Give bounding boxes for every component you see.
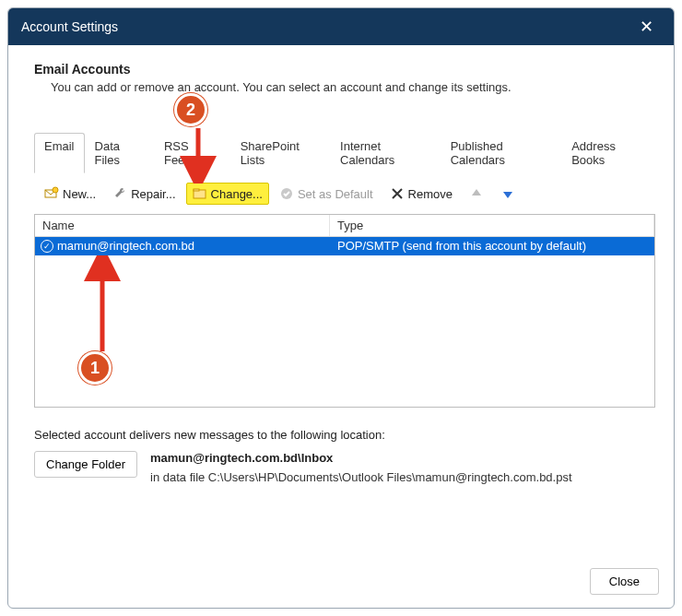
change-folder-button[interactable]: Change Folder [34, 451, 137, 478]
tabs-container: Email Data Files RSS Feeds SharePoint Li… [34, 133, 655, 408]
svg-point-1 [53, 187, 58, 193]
titlebar: Account Settings ✕ [8, 8, 674, 45]
account-type-cell: POP/SMTP (send from this account by defa… [330, 238, 654, 255]
close-button[interactable]: Close [590, 568, 659, 595]
remove-label: Remove [408, 187, 453, 201]
change-label: Change... [211, 187, 263, 201]
accounts-list: Name Type ✓ mamun@ringtech.com.bd POP/SM… [34, 214, 655, 408]
table-row[interactable]: ✓ mamun@ringtech.com.bd POP/SMTP (send f… [35, 237, 654, 255]
dialog-footer: Close [8, 559, 674, 608]
new-mail-icon [44, 186, 59, 201]
list-header: Name Type [35, 215, 654, 237]
wrench-icon [112, 186, 127, 201]
tab-sharepoint-lists[interactable]: SharePoint Lists [230, 133, 330, 173]
dialog-content: Email Accounts You can add or remove an … [8, 45, 674, 559]
set-default-button: Set as Default [273, 183, 380, 205]
tabs: Email Data Files RSS Feeds SharePoint Li… [34, 133, 655, 173]
account-settings-dialog: Account Settings ✕ Email Accounts You ca… [7, 7, 675, 609]
delivery-intro: Selected account delivers new messages t… [34, 428, 655, 442]
set-default-label: Set as Default [298, 187, 373, 201]
close-icon[interactable]: ✕ [632, 13, 661, 41]
delivery-section: Selected account delivers new messages t… [34, 428, 655, 484]
header-subtitle: You can add or remove an account. You ca… [51, 80, 655, 94]
header-block: Email Accounts You can add or remove an … [34, 62, 655, 94]
arrow-up-icon [469, 186, 484, 201]
svg-rect-3 [194, 189, 199, 191]
repair-label: Repair... [131, 187, 175, 201]
annotation-badge-2: 2 [174, 93, 207, 126]
new-button[interactable]: New... [38, 183, 102, 205]
header-title: Email Accounts [34, 62, 655, 77]
tab-email[interactable]: Email [34, 133, 85, 173]
tab-published-calendars[interactable]: Published Calendars [441, 133, 562, 173]
checkmark-circle-icon [279, 186, 294, 201]
delivery-path: mamun@ringtech.com.bd\Inbox in data file… [150, 451, 572, 484]
toolbar: New... Repair... Change... [34, 173, 655, 214]
delivery-location: mamun@ringtech.com.bd\Inbox [150, 451, 333, 465]
tab-data-files[interactable]: Data Files [85, 133, 154, 173]
tab-internet-calendars[interactable]: Internet Calendars [330, 133, 441, 173]
remove-x-icon [390, 186, 405, 201]
move-down-button [494, 183, 522, 205]
account-name: mamun@ringtech.com.bd [57, 239, 194, 253]
change-folder-icon [193, 186, 207, 201]
change-button[interactable]: Change... [186, 183, 269, 205]
dialog-title: Account Settings [21, 19, 118, 34]
arrow-down-icon [500, 186, 515, 201]
repair-button[interactable]: Repair... [106, 183, 182, 205]
delivery-datafile: in data file C:\Users\HP\Documents\Outlo… [150, 470, 572, 484]
column-name[interactable]: Name [35, 215, 330, 236]
column-type[interactable]: Type [330, 215, 654, 236]
list-body: ✓ mamun@ringtech.com.bd POP/SMTP (send f… [35, 237, 654, 407]
tab-rss-feeds[interactable]: RSS Feeds [154, 133, 230, 173]
default-check-icon: ✓ [41, 240, 53, 253]
tab-address-books[interactable]: Address Books [561, 133, 655, 173]
remove-button[interactable]: Remove [383, 183, 459, 205]
account-name-cell: ✓ mamun@ringtech.com.bd [35, 238, 330, 255]
move-up-button [463, 183, 490, 205]
new-label: New... [63, 187, 96, 201]
